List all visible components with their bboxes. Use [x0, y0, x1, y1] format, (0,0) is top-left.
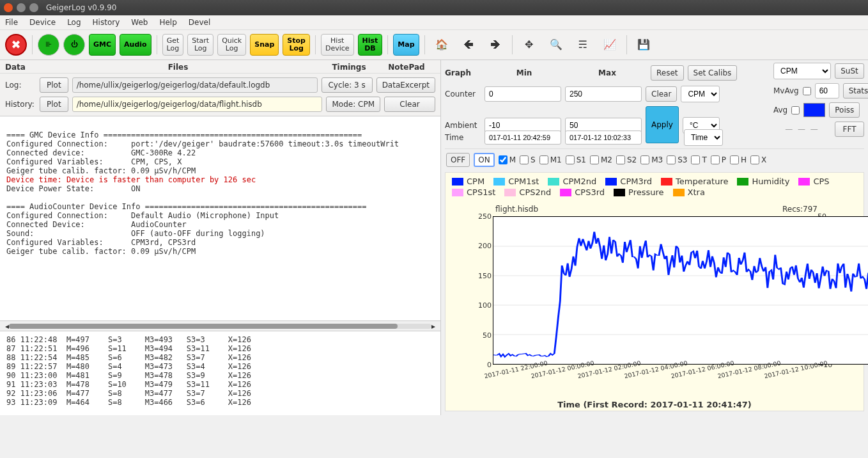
console-scrollbar[interactable]: ◂ ▸ — [0, 320, 440, 331]
mvavg-input[interactable] — [815, 83, 839, 99]
check-s3[interactable] — [667, 155, 676, 164]
legend-item: CPS — [798, 177, 829, 186]
clear-button[interactable]: Clear — [384, 97, 435, 112]
chart-icon[interactable]: 📈 — [598, 34, 621, 56]
counter-clear-button[interactable]: Clear — [646, 86, 677, 102]
stop-log-button[interactable]: Stop Log — [283, 34, 310, 56]
legend-item: CPM3rd — [605, 177, 652, 186]
history-path-field[interactable]: /home/ullix/geigerlog/geigerlog/data/fli… — [72, 97, 323, 112]
menu-file[interactable]: File — [5, 18, 18, 27]
save-icon[interactable]: 💾 — [632, 34, 655, 56]
back-icon[interactable]: 🡸 — [457, 34, 480, 56]
start-log-button[interactable]: Start Log — [187, 34, 213, 56]
legend-item: CPS3rd — [560, 187, 605, 197]
avg-checkbox[interactable] — [791, 106, 800, 114]
quit-button[interactable]: ✖ — [5, 34, 27, 56]
forward-icon[interactable]: 🡺 — [484, 34, 507, 56]
off-toggle[interactable]: OFF — [446, 153, 470, 167]
menu-log[interactable]: Log — [67, 18, 81, 27]
menubar: File Device Log History Web Help Devel — [0, 15, 868, 30]
y-tick: 50 — [483, 331, 492, 339]
graph-area: CPMCPM1stCPM2ndCPM3rdTemperatureHumidity… — [445, 172, 864, 411]
pan-icon[interactable]: ✥ — [518, 34, 541, 56]
window-title: GeigerLog v0.9.90 — [46, 3, 116, 12]
quick-log-button[interactable]: Quick Log — [217, 34, 246, 56]
log-path-field[interactable]: /home/ullix/geigerlog/geigerlog/data/def… — [72, 77, 318, 93]
apply-button[interactable]: Apply — [646, 106, 679, 143]
menu-devel[interactable]: Devel — [189, 18, 210, 27]
home-icon[interactable]: 🏠 — [430, 34, 453, 56]
record-count: Recs:797 — [782, 205, 818, 214]
counter-unit-select[interactable]: CPM — [681, 86, 720, 102]
sust-button[interactable]: SuSt — [835, 63, 864, 79]
check-t[interactable] — [691, 155, 700, 164]
check-m3[interactable] — [640, 155, 649, 164]
menu-help[interactable]: Help — [159, 18, 176, 27]
legend-item: Pressure — [614, 187, 664, 197]
gmc-button[interactable]: GMC — [89, 34, 116, 56]
check-s2[interactable] — [616, 155, 625, 164]
hist-db-button[interactable]: Hist DB — [358, 34, 383, 56]
series-check-row: OFF ON M S M1 S1 M2 S2 M3 S3 T P H X — [445, 148, 864, 171]
y-tick: 0 — [487, 361, 492, 369]
cycle-button[interactable]: Cycle: 3 s — [322, 77, 373, 93]
window-close-icon[interactable] — [4, 3, 13, 12]
on-toggle[interactable]: ON — [474, 153, 494, 167]
legend-item: Humidity — [737, 177, 789, 186]
counter-max-input[interactable] — [565, 86, 642, 102]
window-maximize-icon[interactable] — [29, 3, 38, 12]
data-heading: Data — [5, 63, 36, 72]
check-p[interactable] — [711, 155, 720, 164]
menu-history[interactable]: History — [93, 18, 120, 27]
map-button[interactable]: Map — [393, 34, 419, 56]
mvavg-label: MvAvg — [773, 86, 799, 95]
menu-device[interactable]: Device — [29, 18, 56, 27]
legend-item: CPS1st — [452, 187, 495, 197]
log-tail[interactable]: 86 11:22:48 M=497 S=3 M3=493 S3=3 X=126 … — [0, 331, 440, 415]
time-unit-select[interactable]: Time — [684, 129, 723, 146]
get-log-button[interactable]: Get Log — [162, 34, 184, 56]
check-s[interactable] — [520, 155, 529, 164]
time-max-input[interactable] — [565, 130, 642, 145]
counter-min-input[interactable] — [484, 86, 561, 102]
window-minimize-icon[interactable] — [17, 3, 26, 12]
settings-icon[interactable]: ☴ — [571, 34, 594, 56]
scroll-right-icon[interactable]: ▸ — [431, 322, 435, 331]
y-tick: 250 — [478, 212, 492, 221]
time-min-input[interactable] — [484, 130, 561, 145]
check-m1[interactable] — [539, 155, 548, 164]
menu-web[interactable]: Web — [131, 18, 148, 27]
mode-button[interactable]: Mode: CPM — [326, 97, 380, 112]
max-heading: Max — [568, 68, 647, 77]
check-s1[interactable] — [566, 155, 575, 164]
fft-button[interactable]: FFT — [835, 122, 864, 137]
graph-heading: Graph — [445, 68, 481, 77]
check-x[interactable] — [750, 155, 759, 164]
legend-item: Xtra — [673, 187, 705, 197]
power-icon[interactable]: ⏻ — [63, 34, 85, 56]
audio-button[interactable]: Audio — [120, 34, 151, 56]
hist-device-button[interactable]: Hist Device — [321, 34, 354, 56]
legend-item: CPM1st — [493, 177, 539, 186]
legend-item: Temperature — [661, 177, 728, 186]
plot-canvas[interactable] — [493, 216, 868, 365]
stats-button[interactable]: Stats — [843, 83, 868, 99]
reset-button[interactable]: Reset — [651, 65, 684, 81]
plot-log-button[interactable]: Plot — [40, 77, 68, 93]
set-calibs-button[interactable]: Set Calibs — [688, 65, 738, 81]
time-label: Time — [445, 133, 481, 142]
zoom-icon[interactable]: 🔍 — [545, 34, 568, 56]
plot-history-button[interactable]: Plot — [40, 97, 68, 112]
graph-var-select[interactable]: CPM — [773, 63, 831, 79]
check-h[interactable] — [730, 155, 739, 164]
excerpt-button[interactable]: DataExcerpt — [376, 77, 435, 93]
connect-icon[interactable]: ⊪ — [38, 34, 59, 56]
min-heading: Min — [484, 68, 564, 77]
console-output[interactable]: ==== GMC Device Info ===================… — [0, 116, 440, 320]
snap-button[interactable]: Snap — [250, 34, 279, 56]
mvavg-checkbox[interactable] — [803, 87, 811, 95]
color-swatch[interactable] — [803, 103, 825, 117]
check-m2[interactable] — [590, 155, 599, 164]
check-m[interactable] — [499, 155, 508, 164]
poiss-button[interactable]: Poiss — [829, 102, 860, 118]
